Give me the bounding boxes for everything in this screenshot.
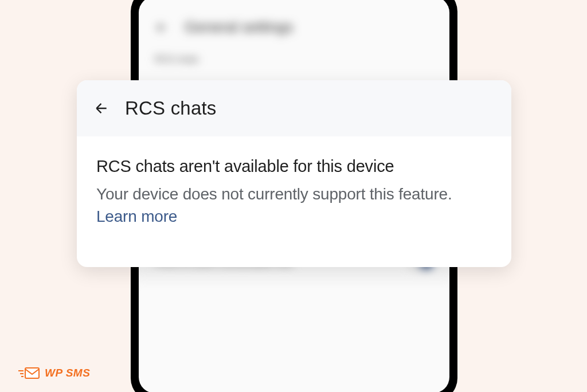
card-header: RCS chats — [77, 80, 511, 136]
status-heading: RCS chats aren't available for this devi… — [96, 157, 492, 176]
blur-page-title: General settings — [185, 18, 293, 36]
learn-more-link[interactable]: Learn more — [96, 207, 177, 225]
back-arrow-icon — [155, 21, 169, 34]
blur-header: General settings — [139, 8, 449, 46]
back-button[interactable] — [94, 101, 109, 116]
wp-sms-logo: WP SMS — [18, 366, 90, 381]
status-description: Your device does not currently support t… — [96, 183, 492, 228]
rcs-chats-card: RCS chats RCS chats aren't available for… — [77, 80, 511, 267]
blur-section-label: RCS chats — [139, 46, 449, 73]
svg-rect-0 — [25, 368, 39, 378]
back-arrow-icon — [94, 101, 109, 116]
status-body-text: Your device does not currently support t… — [96, 185, 452, 203]
envelope-motion-icon — [18, 366, 40, 381]
logo-text: WP SMS — [45, 367, 90, 379]
card-body: RCS chats aren't available for this devi… — [77, 136, 511, 248]
page-title: RCS chats — [125, 97, 217, 119]
